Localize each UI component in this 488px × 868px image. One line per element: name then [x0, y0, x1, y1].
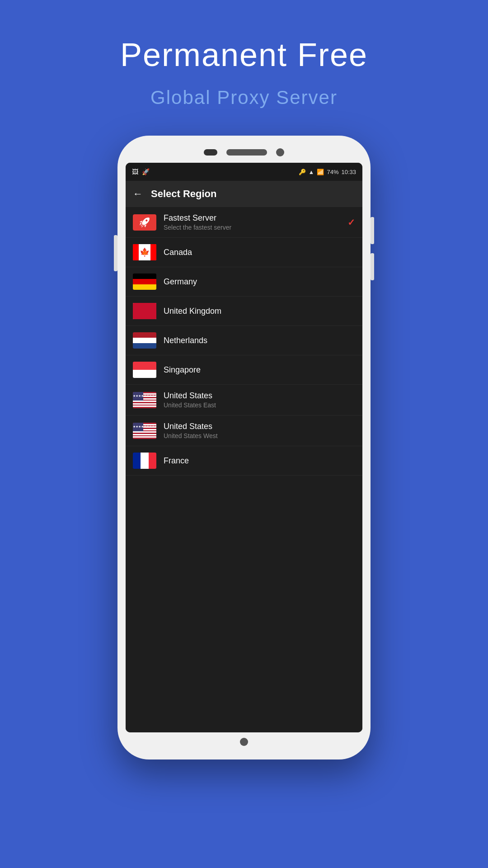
- server-item-singapore[interactable]: Singapore: [126, 355, 362, 385]
- phone-device: 🖼 🚀 🔑 ▲ 📶 74% 10:33 ← Select Region: [117, 136, 371, 760]
- clock: 10:33: [341, 169, 356, 175]
- server-singapore-text: Singapore: [164, 365, 355, 375]
- notification-icon-1: 🖼: [132, 168, 138, 175]
- flag-canada: 🍁: [133, 244, 156, 260]
- server-fastest-subname: Select the fastest server: [164, 224, 347, 231]
- server-item-us-west[interactable]: ★★★★★★★★★★★★★★★★★★★★★★★★★★★★★★★★★★★★★★★★…: [126, 415, 362, 446]
- phone-sensor: [204, 149, 217, 156]
- phone-bottom-bar: [126, 732, 362, 751]
- server-item-us-east[interactable]: ★★★★★★★★★★★★★★★★★★★★★★★★★★★★★★★★★★★★★★★★…: [126, 385, 362, 415]
- server-canada-text: Canada: [164, 248, 355, 257]
- server-germany-text: Germany: [164, 277, 355, 287]
- header-title: Select Region: [151, 188, 216, 200]
- server-item-france[interactable]: France: [126, 446, 362, 476]
- server-us-east-name: United States: [164, 391, 355, 401]
- status-left-icons: 🖼 🚀: [132, 168, 150, 175]
- flag-uk: [133, 303, 156, 319]
- server-uk-text: United Kingdom: [164, 307, 355, 316]
- fastest-icon: [133, 214, 156, 231]
- server-item-netherlands[interactable]: Netherlands: [126, 326, 362, 355]
- signal-icon: 📶: [317, 169, 324, 175]
- server-singapore-name: Singapore: [164, 365, 355, 375]
- server-uk-name: United Kingdom: [164, 307, 355, 316]
- server-canada-name: Canada: [164, 248, 355, 257]
- vpn-icon: 🔑: [299, 169, 306, 175]
- server-us-east-text: United States United States East: [164, 391, 355, 409]
- server-item-fastest[interactable]: Fastest Server Select the fastest server…: [126, 207, 362, 238]
- server-france-name: France: [164, 456, 355, 466]
- server-item-canada[interactable]: 🍁 Canada: [126, 238, 362, 267]
- battery-percent: 74%: [327, 169, 338, 175]
- server-item-germany[interactable]: Germany: [126, 267, 362, 297]
- wifi-icon: ▲: [309, 169, 314, 175]
- flag-usa-west: ★★★★★★★★★★★★★★★★★★★★★★★★★★★★★★★★★★★★★★★★…: [133, 423, 156, 439]
- server-fastest-text: Fastest Server Select the fastest server: [164, 213, 347, 231]
- server-germany-name: Germany: [164, 277, 355, 287]
- server-us-west-subname: United States West: [164, 432, 355, 439]
- server-us-west-text: United States United States West: [164, 422, 355, 439]
- status-right: 🔑 ▲ 📶 74% 10:33: [299, 169, 356, 175]
- volume-up-button[interactable]: [371, 217, 374, 244]
- front-camera: [276, 148, 284, 156]
- status-bar: 🖼 🚀 🔑 ▲ 📶 74% 10:33: [126, 163, 362, 181]
- page-title: Permanent Free: [120, 36, 368, 73]
- server-france-text: France: [164, 456, 355, 466]
- phone-top-bar: [126, 144, 362, 163]
- phone-screen: 🖼 🚀 🔑 ▲ 📶 74% 10:33 ← Select Region: [126, 163, 362, 732]
- flag-germany: [133, 274, 156, 290]
- server-item-uk[interactable]: United Kingdom: [126, 297, 362, 326]
- notification-icon-2: 🚀: [142, 168, 150, 175]
- flag-usa-east: ★★★★★★★★★★★★★★★★★★★★★★★★★★★★★★★★★★★★★★★★…: [133, 392, 156, 408]
- flag-france: [133, 453, 156, 469]
- server-us-west-name: United States: [164, 422, 355, 431]
- server-netherlands-text: Netherlands: [164, 336, 355, 345]
- flag-singapore: [133, 362, 156, 378]
- server-fastest-name: Fastest Server: [164, 213, 347, 223]
- server-netherlands-name: Netherlands: [164, 336, 355, 345]
- volume-down-button[interactable]: [371, 253, 374, 280]
- selected-checkmark: ✓: [347, 217, 355, 228]
- page-subtitle: Global Proxy Server: [150, 87, 338, 108]
- app-header: ← Select Region: [126, 181, 362, 207]
- phone-speaker: [226, 149, 267, 156]
- flag-netherlands: [133, 332, 156, 349]
- power-button[interactable]: [114, 235, 117, 271]
- home-button[interactable]: [240, 738, 248, 746]
- back-button[interactable]: ←: [133, 188, 143, 200]
- server-list: Fastest Server Select the fastest server…: [126, 207, 362, 732]
- server-us-east-subname: United States East: [164, 401, 355, 409]
